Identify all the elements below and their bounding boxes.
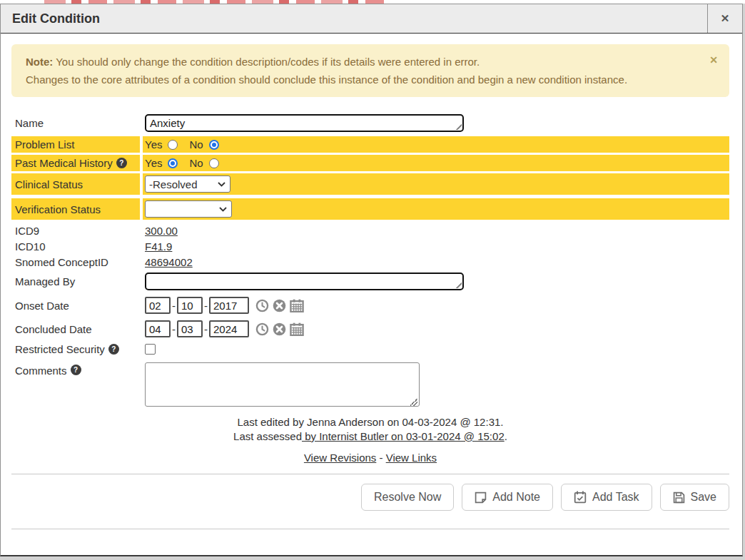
icd9-code-link[interactable]: 300.00 bbox=[145, 225, 178, 237]
snomed-label: Snomed ConceptID bbox=[11, 255, 140, 270]
add-task-label: Add Task bbox=[592, 491, 639, 504]
onset-month-input[interactable] bbox=[145, 297, 171, 314]
icd10-code-link[interactable]: F41.9 bbox=[145, 240, 172, 253]
past-medical-history-label: Past Medical History bbox=[15, 157, 113, 169]
managed-by-input[interactable] bbox=[145, 273, 464, 290]
resolve-now-label: Resolve Now bbox=[374, 491, 441, 504]
question-circle-icon[interactable]: ? bbox=[71, 365, 81, 375]
date-separator: - bbox=[172, 323, 176, 335]
row-past-medical-history: Past Medical History ? Yes No bbox=[11, 155, 729, 171]
audit-info: Last edited by Jenna Anderson on 04-03-2… bbox=[11, 415, 729, 465]
onset-date-label: Onset Date bbox=[11, 295, 140, 316]
concluded-month-input[interactable] bbox=[145, 320, 171, 337]
onset-clock-icon[interactable] bbox=[255, 299, 269, 312]
restricted-security-label: Restricted Security bbox=[15, 343, 105, 355]
floppy-disk-icon bbox=[673, 492, 685, 504]
calendar-check-icon bbox=[574, 491, 587, 504]
dialog-title: Edit Condition bbox=[1, 11, 100, 26]
clinical-status-label: Clinical Status bbox=[11, 173, 140, 195]
concluded-clear-icon[interactable] bbox=[273, 322, 286, 336]
note-icon bbox=[475, 492, 487, 504]
onset-calendar-icon[interactable] bbox=[290, 299, 304, 312]
bottom-spacer bbox=[11, 529, 729, 560]
pmh-yes-radio[interactable] bbox=[168, 158, 178, 168]
chevron-down-icon bbox=[219, 207, 227, 212]
row-verification-status: Verification Status bbox=[11, 198, 729, 220]
onset-year-input[interactable] bbox=[209, 297, 249, 314]
save-button[interactable]: Save bbox=[660, 484, 729, 511]
onset-day-input[interactable] bbox=[177, 297, 203, 314]
verification-status-select[interactable] bbox=[145, 200, 232, 218]
verification-status-label: Verification Status bbox=[11, 198, 140, 220]
pmh-yes-label: Yes bbox=[145, 157, 162, 169]
row-icd9: ICD9 300.00 bbox=[11, 223, 729, 238]
last-assessed-line: Last assessed by Internist Butler on 03-… bbox=[11, 429, 729, 444]
add-note-button[interactable]: Add Note bbox=[462, 484, 553, 511]
date-separator: - bbox=[204, 323, 208, 335]
name-label: Name bbox=[11, 112, 140, 134]
row-onset-date: Onset Date - - bbox=[11, 295, 729, 316]
problem-list-no-label: No bbox=[189, 138, 203, 151]
chevron-down-icon bbox=[218, 182, 225, 187]
add-task-button[interactable]: Add Task bbox=[561, 484, 652, 511]
concluded-calendar-icon[interactable] bbox=[290, 322, 304, 336]
note-line-1: Note: You should only change the conditi… bbox=[26, 53, 696, 71]
icd10-label: ICD10 bbox=[11, 239, 140, 254]
row-snomed: Snomed ConceptID 48694002 bbox=[11, 255, 729, 270]
concluded-date-label: Concluded Date bbox=[11, 318, 140, 340]
edit-condition-dialog: Edit Condition ✕ Note: You should only c… bbox=[0, 4, 743, 556]
pmh-no-radio[interactable] bbox=[209, 158, 219, 168]
close-icon: ✕ bbox=[721, 12, 730, 25]
save-label: Save bbox=[691, 491, 716, 504]
date-separator: - bbox=[172, 300, 176, 312]
restricted-security-checkbox[interactable] bbox=[145, 344, 156, 355]
view-revisions-link[interactable]: View Revisions bbox=[304, 452, 376, 464]
note-dismiss-button[interactable]: ✕ bbox=[709, 51, 718, 69]
problem-list-label: Problem List bbox=[11, 136, 140, 153]
note-line-2: Changes to the core attributes of a cond… bbox=[26, 71, 696, 88]
last-edited-line: Last edited by Jenna Anderson on 04-03-2… bbox=[11, 415, 729, 429]
clinical-status-value: -Resolved bbox=[149, 178, 198, 190]
footer-button-bar: Resolve Now Add Note Add Task Save bbox=[11, 474, 729, 529]
comments-textarea[interactable] bbox=[145, 362, 420, 407]
concluded-clock-icon[interactable] bbox=[255, 322, 269, 336]
warning-note-banner: Note: You should only change the conditi… bbox=[11, 44, 729, 97]
last-assessed-link[interactable]: by Internist Butler on 03-01-2024 @ 15:0… bbox=[302, 430, 505, 442]
concluded-day-input[interactable] bbox=[177, 320, 203, 337]
last-assessed-prefix: Last assessed bbox=[233, 430, 302, 442]
condition-form: Name Problem List Yes No bbox=[11, 112, 729, 465]
concluded-year-input[interactable] bbox=[209, 320, 249, 337]
question-circle-icon[interactable]: ? bbox=[116, 158, 127, 168]
name-input[interactable] bbox=[145, 114, 464, 132]
problem-list-no-radio[interactable] bbox=[209, 140, 219, 150]
onset-clear-icon[interactable] bbox=[273, 299, 286, 312]
problem-list-yes-label: Yes bbox=[145, 138, 162, 151]
row-restricted-security: Restricted Security ? bbox=[11, 342, 729, 357]
clinical-status-select[interactable]: -Resolved bbox=[145, 175, 230, 193]
revision-links-line: View Revisions - View Links bbox=[11, 451, 729, 465]
x-icon: ✕ bbox=[709, 54, 718, 66]
name-input-wrap bbox=[145, 114, 464, 132]
row-managed-by: Managed By bbox=[11, 270, 729, 292]
note-prefix: Note: bbox=[26, 56, 53, 68]
note-text-1: You should only change the condition des… bbox=[53, 56, 480, 68]
row-clinical-status: Clinical Status -Resolved bbox=[11, 173, 729, 195]
view-links-link[interactable]: View Links bbox=[386, 452, 437, 464]
dialog-header: Edit Condition ✕ bbox=[1, 4, 742, 34]
managed-by-input-wrap bbox=[145, 273, 464, 290]
comments-textarea-wrap bbox=[145, 362, 420, 409]
add-note-label: Add Note bbox=[492, 491, 540, 504]
icd9-label: ICD9 bbox=[11, 223, 140, 238]
problem-list-yes-radio[interactable] bbox=[168, 140, 178, 150]
dialog-close-button[interactable]: ✕ bbox=[707, 4, 742, 33]
resolve-now-button[interactable]: Resolve Now bbox=[361, 484, 454, 511]
row-name: Name bbox=[11, 112, 729, 134]
row-problem-list: Problem List Yes No bbox=[11, 136, 729, 153]
question-circle-icon[interactable]: ? bbox=[108, 344, 119, 355]
snomed-code-link[interactable]: 48694002 bbox=[145, 256, 193, 268]
comments-label: Comments bbox=[15, 365, 67, 377]
links-separator: - bbox=[380, 452, 383, 464]
pmh-no-label: No bbox=[189, 157, 203, 169]
dialog-body: Note: You should only change the conditi… bbox=[1, 34, 742, 560]
last-assessed-suffix: . bbox=[505, 430, 507, 442]
